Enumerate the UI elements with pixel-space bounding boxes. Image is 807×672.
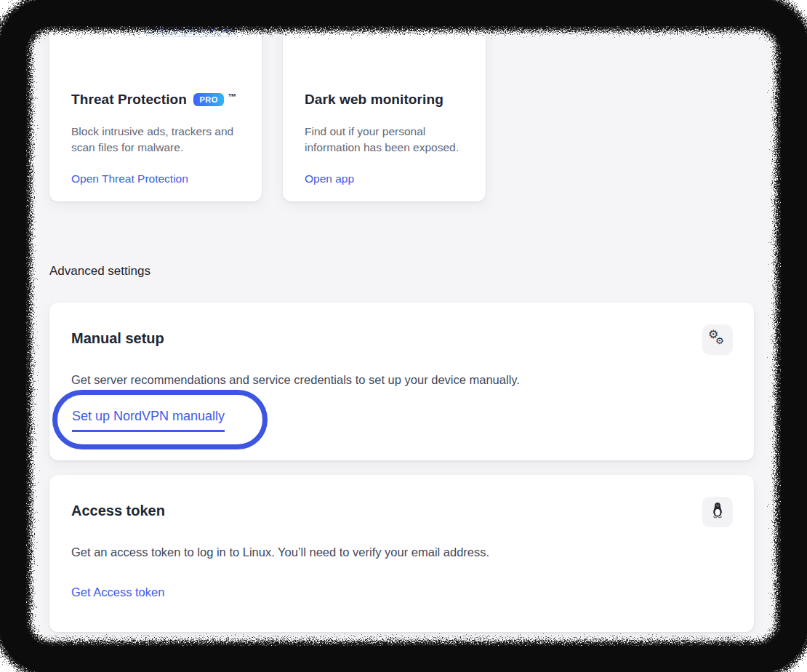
dark-web-monitoring-card: Dark web monitoring Find out if your per…: [283, 0, 486, 201]
desktop-only-badge: Desktop only: [142, 15, 241, 37]
manual-setup-icon-chip: ⚙ ⚙: [702, 324, 733, 355]
gear-glyph-small: ⚙: [715, 336, 724, 345]
access-token-icon-chip: [702, 497, 733, 527]
advanced-settings-heading: Advanced settings: [49, 264, 150, 279]
threat-protection-card: Desktop only Threat Protection PRO ™ Blo…: [49, 0, 262, 201]
dark-web-title: Dark web monitoring: [305, 92, 468, 108]
get-access-token-link[interactable]: Get Access token: [71, 585, 164, 599]
desktop-only-badge-label: Desktop only: [153, 20, 216, 32]
open-threat-protection-link[interactable]: Open Threat Protection: [71, 172, 188, 185]
setup-nordvpn-manually-link[interactable]: Set up NordVPN manually: [72, 409, 225, 432]
info-icon[interactable]: [220, 20, 232, 32]
threat-protection-description: Block intrusive ads, trackers and scan f…: [71, 124, 241, 156]
monitoring-radar-icon: [292, 7, 313, 29]
shield-check-icon: [70, 9, 89, 31]
access-token-card: Access token Get an access token to log …: [49, 475, 754, 632]
open-app-link[interactable]: Open app: [305, 172, 354, 185]
gears-icon: ⚙ ⚙: [708, 330, 727, 349]
pro-badge: PRO: [193, 93, 224, 106]
dark-web-description: Find out if your personal information ha…: [305, 124, 465, 156]
manual-setup-description: Get server recommendations and service c…: [71, 371, 710, 388]
manual-setup-title: Manual setup: [71, 330, 164, 347]
threat-protection-title: Threat Protection PRO ™: [71, 92, 244, 108]
trademark-symbol: ™: [228, 92, 236, 102]
access-token-title: Access token: [71, 503, 165, 519]
manual-setup-card: Manual setup ⚙ ⚙ Get server recommendati…: [49, 303, 754, 460]
access-token-description: Get an access token to log in to Linux. …: [71, 543, 710, 561]
linux-penguin-icon: [709, 501, 726, 523]
threat-protection-title-text: Threat Protection: [71, 92, 187, 107]
